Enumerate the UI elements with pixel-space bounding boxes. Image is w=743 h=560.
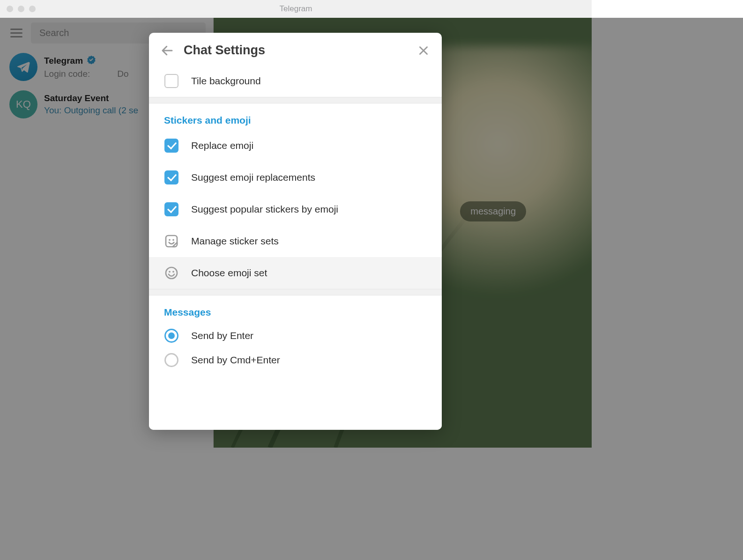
arrow-left-icon [160,44,174,58]
tile-background-toggle[interactable]: Tile background [149,65,442,97]
row-label: Suggest emoji replacements [191,172,315,183]
svg-point-3 [172,239,174,241]
stickers-section-title: Stickers and emoji [149,103,442,130]
row-label: Choose emoji set [191,267,267,279]
row-label: Manage sticker sets [191,236,279,247]
svg-point-6 [172,271,174,273]
messages-section-title: Messages [149,295,442,322]
back-button[interactable] [160,44,174,58]
suggest-popular-stickers-toggle[interactable]: Suggest popular stickers by emoji [149,193,442,225]
checkbox-icon [164,202,178,216]
checkbox-icon [164,170,178,184]
choose-emoji-set-button[interactable]: Choose emoji set [149,257,442,289]
chat-settings-dialog: Chat Settings Tile background Stickers a… [149,33,442,430]
checkbox-icon [164,74,178,88]
row-label: Replace emoji [191,140,253,151]
dialog-header: Chat Settings [149,33,442,65]
checkbox-icon [164,139,178,153]
svg-point-4 [166,267,177,279]
window-title: Telegram [0,4,592,14]
sticker-icon [164,234,179,249]
section-divider [149,289,442,295]
send-by-cmd-enter-radio[interactable]: Send by Cmd+Enter [149,348,442,376]
radio-icon [164,329,178,343]
dialog-title: Chat Settings [184,43,408,58]
svg-point-5 [169,271,171,273]
replace-emoji-toggle[interactable]: Replace emoji [149,130,442,162]
suggest-emoji-replacements-toggle[interactable]: Suggest emoji replacements [149,162,442,193]
titlebar: Telegram [0,0,592,18]
row-label: Send by Enter [191,330,253,341]
close-button[interactable] [417,44,430,57]
svg-point-2 [169,239,171,241]
close-icon [417,44,430,57]
emoji-icon [164,265,179,280]
send-by-enter-radio[interactable]: Send by Enter [149,322,442,348]
dialog-body[interactable]: Tile background Stickers and emoji Repla… [149,65,442,430]
row-label: Send by Cmd+Enter [191,354,280,366]
manage-sticker-sets-button[interactable]: Manage sticker sets [149,225,442,257]
row-label: Tile background [191,75,261,87]
section-divider [149,97,442,103]
row-label: Suggest popular stickers by emoji [191,204,338,215]
radio-icon [164,353,178,367]
